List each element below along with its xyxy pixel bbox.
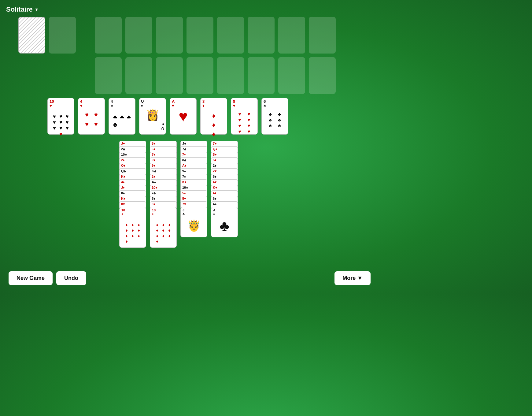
foundation-slot-13[interactable] (217, 57, 244, 94)
foundation-slot-16[interactable] (309, 57, 336, 94)
foundation-slot-9[interactable] (95, 57, 122, 94)
foundation-slot-1[interactable] (95, 17, 122, 54)
undo-button[interactable]: Undo (56, 271, 86, 285)
tableau-card-6c[interactable]: 6♣ ♣♣ ♣♣ ♣♣ (261, 98, 288, 135)
piles-area: J♥2♣10♣2♦Q♦Q♣K♦4♦J♦8♠K♥8♥ 10♦ ♦ ♦ ♦ ♦ ♦ … (119, 141, 238, 248)
game-title[interactable]: Solitaire ▼ (6, 6, 39, 13)
pile-card-last[interactable]: 10♦ ♦ ♦ ♦ ♦ ♦ ♦ ♦ ♦ ♦ ♦ (119, 207, 146, 248)
foundation-row-2 (95, 57, 336, 94)
tableau-card-3d[interactable]: 3♦ ♦ ♦ ♦ (200, 98, 227, 135)
foundations (95, 17, 336, 94)
bottom-bar: New Game Undo More ▼ (0, 271, 379, 285)
right-buttons: More ▼ (334, 271, 371, 285)
foundation-slot-4[interactable] (187, 17, 213, 54)
more-button[interactable]: More ▼ (334, 271, 371, 285)
new-game-button[interactable]: New Game (9, 271, 53, 285)
title-dropdown-arrow: ▼ (35, 7, 39, 12)
pile-2: 8♦6♦7♥J♥9♥K♣2♥A♠10♥7♣5♠6♥ 10♦ ♦ ♦ ♦ ♦ ♦ … (150, 141, 177, 248)
foundation-slot-2[interactable] (125, 17, 152, 54)
pile-card-last[interactable]: J♣ 🤴 (180, 207, 207, 237)
pile-1: J♥2♣10♣2♦Q♦Q♣K♦4♦J♦8♠K♥8♥ 10♦ ♦ ♦ ♦ ♦ ♦ … (119, 141, 146, 248)
stock-pile[interactable] (18, 17, 45, 54)
foundation-slot-7[interactable] (278, 17, 305, 54)
foundation-slot-5[interactable] (217, 17, 244, 54)
pile-4: 7♥Q♦5♥5♦2♠2♥6♠4♥K♥4♦6♠4♠ A♠ ♣ (211, 141, 238, 248)
foundation-slot-10[interactable] (125, 57, 152, 94)
tableau-card-4h[interactable]: 4♥ ♥♥ ♥♥ (78, 98, 105, 135)
waste-pile (49, 17, 76, 54)
pile-3: J♣7♣7♦8♣A♦9♠7♠K♦10♣5♦5♥7♥ J♣ 🤴 (180, 141, 207, 248)
foundation-slot-3[interactable] (156, 17, 183, 54)
tableau-card-qs[interactable]: Q♠ 👸 Q♠ (139, 98, 166, 135)
tableau-card-10h[interactable]: 10♥ ♥♥♥ ♥♥♥ ♥♥♥ ♥ (47, 98, 74, 135)
tableau-card-ah[interactable]: A♥ ♥ (170, 98, 197, 135)
tableau-card-8h[interactable]: 8♥ ♥♥ ♥♥ ♥♥ ♥♥ (231, 98, 258, 135)
foundation-row-1 (95, 17, 336, 54)
top-area (18, 17, 336, 94)
foundation-slot-8[interactable] (309, 17, 336, 54)
tableau-row: 10♥ ♥♥♥ ♥♥♥ ♥♥♥ ♥ 4♥ ♥♥ ♥♥ 4♣ ♣♣ ♣♣ Q♠ 👸… (47, 98, 288, 135)
tableau-card-4c[interactable]: 4♣ ♣♣ ♣♣ (109, 98, 135, 135)
pile-card-last[interactable]: 10♦ ♦ ♦ ♦ ♦ ♦ ♦ ♦ ♦ ♦ ♦ (150, 207, 177, 248)
foundation-slot-12[interactable] (187, 57, 213, 94)
foundation-slot-11[interactable] (156, 57, 183, 94)
foundation-slot-14[interactable] (248, 57, 275, 94)
foundation-slot-15[interactable] (278, 57, 305, 94)
foundation-slot-6[interactable] (248, 17, 275, 54)
pile-card-last[interactable]: A♠ ♣ (211, 207, 238, 237)
left-buttons: New Game Undo (9, 271, 86, 285)
